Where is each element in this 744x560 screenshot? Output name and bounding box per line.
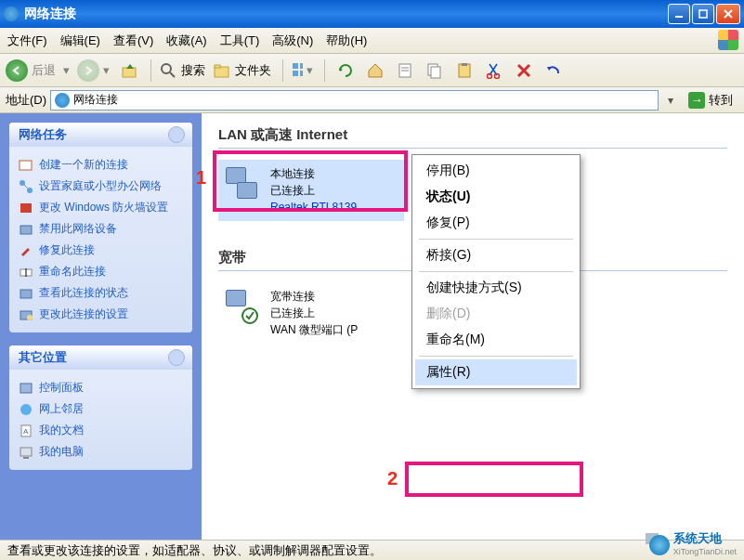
up-button[interactable] bbox=[117, 58, 143, 84]
panel-header-places[interactable]: 其它位置 bbox=[9, 345, 192, 370]
place-label: 我的文档 bbox=[39, 423, 84, 438]
task-home-network[interactable]: 设置家庭或小型办公网络 bbox=[19, 176, 183, 197]
svg-point-3 bbox=[162, 64, 171, 73]
home-icon bbox=[367, 62, 384, 79]
views-button[interactable]: ▾ bbox=[291, 58, 317, 84]
nav-back-button[interactable]: 后退 ▾ bbox=[6, 59, 73, 82]
rename-icon bbox=[19, 265, 33, 280]
go-label: 转到 bbox=[709, 92, 733, 109]
documents-icon: A bbox=[19, 423, 33, 438]
folder-up-icon bbox=[121, 61, 139, 80]
menu-file[interactable]: 文件(F) bbox=[7, 33, 47, 49]
svg-line-23 bbox=[24, 185, 28, 189]
svg-rect-17 bbox=[462, 63, 467, 66]
task-settings[interactable]: 更改此连接的设置 bbox=[19, 304, 183, 325]
maximize-button[interactable] bbox=[692, 4, 714, 24]
panel-header-tasks[interactable]: 网络任务 bbox=[9, 123, 192, 147]
search-button[interactable]: 搜索 bbox=[159, 61, 209, 80]
search-label: 搜索 bbox=[181, 62, 205, 79]
tb-icon-4[interactable] bbox=[422, 58, 448, 84]
minimize-button[interactable] bbox=[668, 4, 690, 24]
broadband-connection-icon bbox=[224, 288, 261, 325]
go-button[interactable]: → 转到 bbox=[683, 90, 738, 111]
ctx-separator bbox=[419, 356, 573, 357]
task-rename[interactable]: 重命名此连接 bbox=[19, 261, 183, 282]
computer-icon bbox=[19, 445, 33, 460]
place-control-panel[interactable]: 控制面板 bbox=[19, 377, 183, 398]
connection-local[interactable]: 本地连接 已连接上 Realtek RTL8139 bbox=[218, 160, 404, 221]
content-pane: LAN 或高速 Internet 本地连接 已连接上 Realtek RTL81… bbox=[202, 113, 744, 540]
ctx-properties[interactable]: 属性(R) bbox=[415, 359, 577, 385]
menu-edit[interactable]: 编辑(E) bbox=[60, 33, 100, 49]
firewall-icon bbox=[19, 201, 33, 215]
tb-icon-6[interactable] bbox=[481, 58, 507, 84]
ctx-status[interactable]: 状态(U) bbox=[415, 184, 577, 210]
svg-rect-25 bbox=[20, 226, 32, 234]
svg-point-19 bbox=[495, 73, 500, 78]
place-network[interactable]: 网上邻居 bbox=[19, 398, 183, 420]
address-input[interactable]: 网络连接 bbox=[50, 90, 659, 111]
menu-advanced[interactable]: 高级(N) bbox=[272, 33, 313, 49]
place-label: 控制面板 bbox=[39, 380, 84, 396]
connection-broadband[interactable]: 宽带连接 已连接上 WAN 微型端口 (P bbox=[218, 282, 413, 344]
task-new-connection[interactable]: 创建一个新的连接 bbox=[19, 154, 183, 176]
tb-icon-5[interactable] bbox=[451, 58, 477, 84]
connection-text: 宽带连接 已连接上 WAN 微型端口 (P bbox=[270, 288, 358, 338]
ctx-rename[interactable]: 重命名(M) bbox=[415, 327, 577, 353]
menu-help[interactable]: 帮助(H) bbox=[326, 33, 367, 49]
forward-arrow-icon bbox=[77, 59, 99, 82]
ctx-separator bbox=[419, 239, 573, 240]
task-repair[interactable]: 修复此连接 bbox=[19, 240, 183, 261]
copy-icon bbox=[426, 62, 443, 79]
task-label: 更改 Windows 防火墙设置 bbox=[39, 200, 168, 215]
fwd-dropdown-icon: ▾ bbox=[103, 63, 110, 77]
tb-icon-7[interactable] bbox=[511, 58, 537, 84]
menu-tools[interactable]: 工具(T) bbox=[220, 33, 260, 49]
cut-icon bbox=[486, 62, 503, 79]
tb-icon-3[interactable] bbox=[392, 58, 418, 84]
svg-text:A: A bbox=[23, 427, 29, 436]
network-icon bbox=[19, 179, 33, 194]
lan-connection-icon bbox=[224, 165, 261, 202]
ctx-delete: 删除(D) bbox=[415, 301, 577, 327]
control-panel-icon bbox=[19, 381, 33, 396]
back-dropdown-icon[interactable]: ▾ bbox=[63, 63, 70, 77]
menu-view[interactable]: 查看(V) bbox=[113, 33, 153, 49]
panel-network-tasks: 网络任务 创建一个新的连接 设置家庭或小型办公网络 更改 Windows 防火墙… bbox=[9, 123, 192, 332]
close-button[interactable] bbox=[716, 4, 740, 24]
folders-button[interactable]: 文件夹 bbox=[213, 61, 275, 80]
menu-favorites[interactable]: 收藏(A) bbox=[166, 33, 206, 49]
svg-rect-2 bbox=[123, 68, 136, 77]
window-title: 网络连接 bbox=[24, 6, 668, 22]
connection-status: 已连接上 bbox=[270, 182, 357, 199]
task-status[interactable]: 查看此连接的状态 bbox=[19, 282, 183, 304]
context-menu: 停用(B) 状态(U) 修复(P) 桥接(G) 创建快捷方式(S) 删除(D) … bbox=[411, 154, 581, 389]
watermark-text: 系统天地 XiTongTianDi.net bbox=[673, 530, 737, 556]
svg-rect-1 bbox=[699, 10, 707, 18]
svg-rect-24 bbox=[20, 203, 32, 213]
ctx-shortcut[interactable]: 创建快捷方式(S) bbox=[415, 275, 577, 301]
tb-icon-1[interactable] bbox=[333, 58, 359, 84]
ctx-separator bbox=[419, 271, 573, 272]
task-disable[interactable]: 禁用此网络设备 bbox=[19, 218, 183, 240]
tb-icon-8[interactable] bbox=[541, 58, 567, 84]
menubar: 文件(F) 编辑(E) 查看(V) 收藏(A) 工具(T) 高级(N) 帮助(H… bbox=[0, 28, 744, 54]
task-label: 创建一个新的连接 bbox=[39, 157, 128, 173]
ctx-repair[interactable]: 修复(P) bbox=[415, 210, 577, 236]
folders-label: 文件夹 bbox=[235, 62, 271, 79]
ctx-disable[interactable]: 停用(B) bbox=[415, 158, 577, 184]
address-label: 地址(D) bbox=[6, 92, 46, 109]
task-label: 修复此连接 bbox=[39, 242, 95, 258]
address-dropdown-icon[interactable]: ▾ bbox=[662, 94, 679, 107]
views-dropdown-icon[interactable]: ▾ bbox=[307, 63, 313, 77]
paste-icon bbox=[456, 62, 473, 79]
status-text: 查看或更改该连接的设置，如适配器、协议、或调制解调器配置设置。 bbox=[7, 542, 382, 559]
place-computer[interactable]: 我的电脑 bbox=[19, 441, 183, 462]
tb-icon-2[interactable] bbox=[362, 58, 388, 84]
connection-name: 宽带连接 bbox=[270, 288, 358, 305]
svg-rect-6 bbox=[215, 65, 220, 68]
ctx-bridge[interactable]: 桥接(G) bbox=[415, 242, 577, 268]
task-firewall[interactable]: 更改 Windows 防火墙设置 bbox=[19, 197, 183, 218]
place-documents[interactable]: A我的文档 bbox=[19, 420, 183, 441]
doc-icon bbox=[397, 62, 413, 79]
